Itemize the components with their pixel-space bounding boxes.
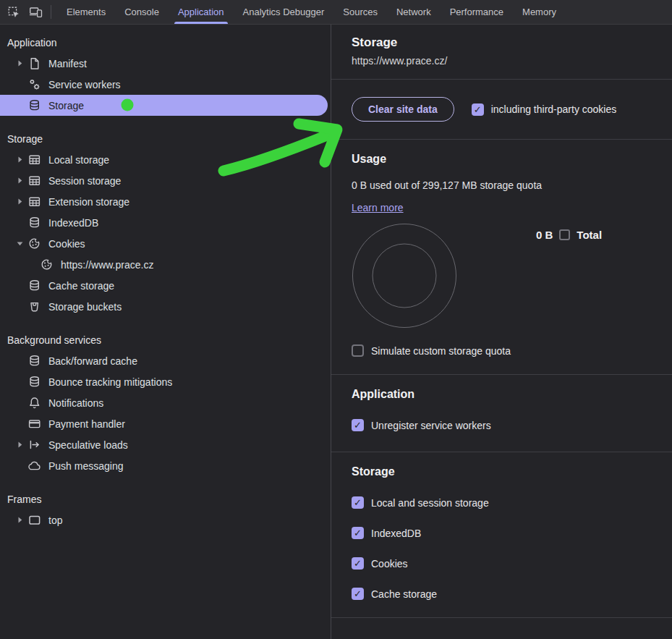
origin-url: https://www.prace.cz/: [352, 55, 652, 67]
storage-view: Storage https://www.prace.cz/ Clear site…: [331, 25, 672, 639]
unregister-service-workers-checkbox[interactable]: [352, 419, 364, 431]
checkbox-label: Cookies: [371, 558, 408, 570]
sidebar-item-storage-buckets[interactable]: Storage buckets: [0, 296, 331, 317]
sidebar-item-label: Back/forward cache: [48, 355, 137, 367]
database-icon: [27, 375, 42, 389]
simulate-quota-checkbox[interactable]: [352, 344, 364, 357]
indexeddb-row[interactable]: IndexedDB: [352, 527, 652, 539]
chevron-right-icon[interactable]: [12, 174, 27, 187]
indexeddb-checkbox[interactable]: [352, 527, 364, 539]
sidebar-item-manifest[interactable]: Manifest: [0, 53, 331, 74]
sidebar-item-label: Local storage: [48, 154, 109, 166]
application-section: Application Unregister service workers: [331, 375, 672, 452]
sidebar-item-payment-handler[interactable]: Payment handler: [0, 413, 331, 434]
sidebar-item-label: Manifest: [48, 58, 87, 69]
local-session-storage-checkbox[interactable]: [352, 496, 364, 509]
tab-sources[interactable]: Sources: [333, 0, 387, 24]
bell-icon: [27, 396, 42, 410]
third-party-cookies-checkbox[interactable]: [472, 103, 484, 116]
unregister-service-workers-row[interactable]: Unregister service workers: [352, 419, 652, 431]
devtools-tabbar: Elements Console Application Analytics D…: [0, 0, 672, 25]
legend-label: Total: [577, 229, 602, 241]
sidebar-item-label: Push messaging: [48, 460, 124, 472]
checkbox-label: Unregister service workers: [371, 420, 491, 431]
cache-storage-checkbox[interactable]: [352, 588, 364, 600]
bucket-icon: [27, 300, 42, 314]
tab-performance[interactable]: Performance: [441, 0, 513, 24]
database-icon: [27, 354, 42, 368]
storage-heading: Storage: [352, 465, 652, 478]
sidebar-item-notifications[interactable]: Notifications: [0, 392, 331, 413]
chevron-down-icon[interactable]: [12, 237, 27, 250]
tab-elements[interactable]: Elements: [57, 0, 115, 24]
sidebar-item-back-forward-cache[interactable]: Back/forward cache: [0, 350, 331, 371]
device-toolbar-button[interactable]: [25, 0, 46, 24]
frame-icon: [27, 513, 42, 528]
document-icon: [27, 56, 42, 71]
checkbox-label: Simulate custom storage quota: [371, 345, 511, 357]
third-party-cookies-checkbox-row[interactable]: including third-party cookies: [472, 103, 617, 116]
sidebar-item-label: Cache storage: [48, 280, 114, 292]
sidebar-section-frames: Frames top: [0, 488, 331, 530]
clear-site-data-button[interactable]: Clear site data: [352, 97, 454, 122]
cache-storage-row[interactable]: Cache storage: [352, 588, 652, 600]
chevron-right-icon[interactable]: [12, 513, 27, 527]
database-icon: [27, 216, 42, 230]
sidebar-item-cookies[interactable]: Cookies: [0, 233, 331, 254]
section-title-application: Application: [0, 32, 331, 53]
sidebar-item-cache-storage[interactable]: Cache storage: [0, 275, 331, 296]
chevron-right-icon[interactable]: [12, 438, 27, 452]
usage-section: Usage 0 B used out of 299,127 MB storage…: [331, 140, 672, 375]
simulate-quota-row[interactable]: Simulate custom storage quota: [352, 344, 652, 357]
sidebar-item-speculative-loads[interactable]: Speculative loads: [0, 434, 331, 455]
sidebar-item-label: top: [48, 515, 62, 526]
tab-memory[interactable]: Memory: [513, 0, 566, 24]
sidebar-item-push-messaging[interactable]: Push messaging: [0, 455, 331, 476]
sidebar-item-bounce-tracking-mitigations[interactable]: Bounce tracking mitigations: [0, 371, 331, 392]
legend-value: 0 B: [536, 229, 553, 241]
sidebar-item-label: Storage buckets: [48, 301, 122, 313]
payment-card-icon: [27, 417, 42, 431]
database-icon: [27, 279, 42, 293]
sidebar-section-storage: Storage Local storage Session storage Ex…: [0, 128, 331, 317]
cookies-row[interactable]: Cookies: [352, 557, 652, 570]
usage-donut-chart: 0 B Total: [352, 223, 652, 333]
tab-network[interactable]: Network: [387, 0, 441, 24]
sidebar-item-indexeddb[interactable]: IndexedDB: [0, 212, 331, 233]
sidebar-section-application: Application Manifest Service workers Sto…: [0, 32, 331, 116]
sidebar-item-storage[interactable]: Storage: [0, 95, 328, 116]
sidebar-item-label: Speculative loads: [48, 439, 128, 451]
cookie-icon: [40, 258, 54, 272]
sidebar-item-session-storage[interactable]: Session storage: [0, 170, 331, 191]
checkbox-label: Local and session storage: [371, 497, 489, 509]
table-icon: [27, 153, 42, 167]
checkbox-label: Cache storage: [371, 588, 437, 600]
tab-application[interactable]: Application: [169, 0, 234, 24]
chevron-right-icon[interactable]: [12, 153, 27, 166]
application-panel-sidebar: Application Manifest Service workers Sto…: [0, 25, 331, 639]
sidebar-item-label: Session storage: [48, 175, 121, 187]
chevron-right-icon[interactable]: [12, 56, 27, 70]
section-title-storage: Storage: [0, 128, 331, 149]
table-icon: [27, 195, 42, 209]
total-checkbox[interactable]: [559, 229, 570, 240]
sidebar-item-local-storage[interactable]: Local storage: [0, 149, 331, 170]
donut-legend: 0 B Total: [536, 229, 602, 241]
sidebar-item-label: Notifications: [48, 397, 103, 409]
tab-analytics-debugger[interactable]: Analytics Debugger: [234, 0, 334, 24]
tab-console[interactable]: Console: [115, 0, 169, 24]
cookies-checkbox[interactable]: [352, 557, 364, 570]
device-toolbar-icon: [29, 5, 43, 19]
learn-more-link[interactable]: Learn more: [352, 202, 404, 213]
sidebar-item-cookies-prace-cz[interactable]: https://www.prace.cz: [0, 254, 331, 275]
inspect-element-button[interactable]: [3, 0, 25, 24]
application-heading: Application: [352, 388, 652, 401]
chevron-right-icon[interactable]: [12, 195, 27, 208]
sidebar-item-extension-storage[interactable]: Extension storage: [0, 191, 331, 212]
local-session-storage-row[interactable]: Local and session storage: [352, 496, 652, 509]
sidebar-item-service-workers[interactable]: Service workers: [0, 74, 331, 95]
sidebar-item-label: Service workers: [48, 79, 121, 90]
sidebar-item-top-frame[interactable]: top: [0, 509, 331, 530]
usage-heading: Usage: [352, 153, 652, 166]
speculative-loads-icon: [27, 438, 42, 452]
